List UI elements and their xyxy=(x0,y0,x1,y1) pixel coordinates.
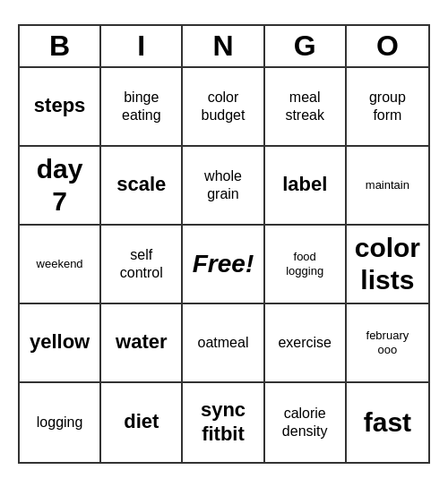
cell-text-2: color budget xyxy=(202,89,246,123)
bingo-cell-19: february ooo xyxy=(347,304,428,383)
cell-text-15: yellow xyxy=(30,330,90,354)
cell-text-11: self control xyxy=(120,246,163,280)
bingo-cell-17: oatmeal xyxy=(183,304,264,383)
cell-text-7: whole grain xyxy=(204,167,242,201)
cell-text-17: oatmeal xyxy=(198,334,249,351)
cell-text-21: diet xyxy=(124,410,159,433)
cell-text-8: label xyxy=(282,173,327,196)
bingo-cell-9: maintain xyxy=(347,147,428,226)
bingo-cell-18: exercise xyxy=(265,304,347,383)
header-letter-b: B xyxy=(20,26,101,66)
bingo-cell-21: diet xyxy=(101,383,183,462)
bingo-cell-10: weekend xyxy=(20,226,101,304)
cell-text-13: food logging xyxy=(286,250,323,278)
cell-text-19: february ooo xyxy=(366,329,409,356)
cell-text-16: water xyxy=(116,330,167,354)
bingo-cell-13: food logging xyxy=(265,226,347,304)
header-letter-o: O xyxy=(347,26,428,66)
bingo-cell-20: logging xyxy=(20,383,101,462)
bingo-cell-0: steps xyxy=(20,68,101,147)
cell-text-22: sync fitbit xyxy=(201,398,246,446)
bingo-cell-6: scale xyxy=(101,147,183,226)
bingo-cell-4: group form xyxy=(347,68,428,147)
header-letter-n: N xyxy=(183,26,264,66)
bingo-cell-14: color lists xyxy=(347,226,428,304)
cell-text-6: scale xyxy=(116,173,166,196)
cell-text-10: weekend xyxy=(37,257,83,271)
bingo-cell-23: calorie density xyxy=(265,383,347,462)
bingo-cell-1: binge eating xyxy=(101,68,183,147)
cell-text-18: exercise xyxy=(278,334,332,351)
bingo-cell-7: whole grain xyxy=(183,147,264,226)
cell-text-1: binge eating xyxy=(122,89,161,123)
cell-text-9: maintain xyxy=(366,178,409,192)
header-letter-g: G xyxy=(265,26,347,66)
bingo-cell-11: self control xyxy=(101,226,183,304)
bingo-cell-16: water xyxy=(101,304,183,383)
bingo-grid: stepsbinge eatingcolor budgetmeal streak… xyxy=(20,68,428,462)
bingo-cell-8: label xyxy=(265,147,347,226)
cell-text-5: day 7 xyxy=(37,153,83,218)
bingo-cell-2: color budget xyxy=(183,68,264,147)
cell-text-14: color lists xyxy=(355,232,420,296)
bingo-cell-3: meal streak xyxy=(265,68,347,147)
bingo-header: BINGO xyxy=(20,26,428,68)
cell-text-0: steps xyxy=(34,94,85,117)
cell-text-23: calorie density xyxy=(282,405,328,439)
bingo-cell-15: yellow xyxy=(20,304,101,383)
header-letter-i: I xyxy=(101,26,183,66)
cell-text-3: meal streak xyxy=(285,89,324,123)
bingo-cell-12: Free! xyxy=(183,226,264,304)
cell-text-12: Free! xyxy=(193,249,254,279)
bingo-cell-5: day 7 xyxy=(20,147,101,226)
cell-text-24: fast xyxy=(364,406,411,439)
bingo-cell-22: sync fitbit xyxy=(183,383,264,462)
bingo-cell-24: fast xyxy=(347,383,428,462)
bingo-card: BINGO stepsbinge eatingcolor budgetmeal … xyxy=(18,24,430,464)
cell-text-4: group form xyxy=(369,89,406,123)
cell-text-20: logging xyxy=(37,414,83,431)
